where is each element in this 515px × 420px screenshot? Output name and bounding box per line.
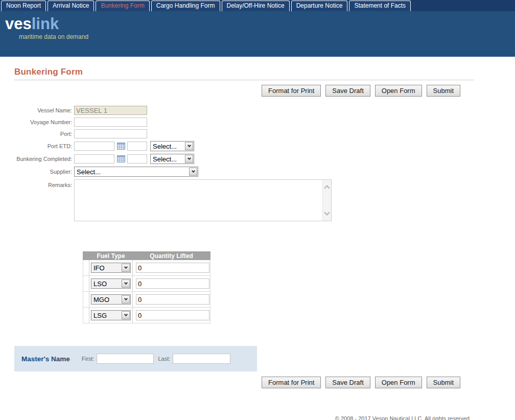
bunkering-completed-time-field[interactable] <box>127 154 147 164</box>
quantity-lifted-field[interactable] <box>136 294 209 305</box>
vessel-name-label: Vessel Name: <box>14 107 74 113</box>
masters-name-title: Master's Name <box>21 355 82 363</box>
fuel-type-select[interactable]: LSG <box>91 310 131 320</box>
logo-link-text: link <box>32 15 59 33</box>
remarks-scrollbar[interactable] <box>322 180 331 221</box>
voyage-number-row: Voyage Number: <box>14 118 474 127</box>
tab-bunkering-form[interactable]: Bunkering Form <box>96 1 149 11</box>
quantity-lifted-field[interactable] <box>136 263 209 273</box>
chevron-down-icon <box>122 295 130 304</box>
bunkering-completed-date-field[interactable] <box>74 154 114 164</box>
copyright-notice: © 2008 - 2017 Veson Nautical LLC. All ri… <box>14 415 474 420</box>
scroll-down-icon[interactable] <box>324 209 330 215</box>
voyage-number-label: Voyage Number: <box>14 119 74 125</box>
chevron-down-icon <box>122 264 130 272</box>
first-name-label: First: <box>82 356 94 362</box>
fuel-type-select[interactable]: MGO <box>91 294 131 305</box>
fuel-type-select[interactable]: LSO <box>91 278 131 289</box>
row-handle-cell <box>83 260 89 275</box>
fuel-type-cell: IFO <box>89 260 133 275</box>
open-form-button[interactable]: Open Form <box>375 377 422 388</box>
logo-ves-text: ves <box>5 15 32 33</box>
page-title: Bunkering Form <box>14 67 474 80</box>
format-for-print-button[interactable]: Format for Print <box>262 377 321 388</box>
scroll-up-icon[interactable] <box>324 185 330 191</box>
tab-cargo-handling-form[interactable]: Cargo Handling Form <box>151 1 220 11</box>
port-row: Port: <box>14 129 474 138</box>
port-etd-row: Port ETD: Select... <box>14 141 474 151</box>
quantity-cell <box>133 260 210 275</box>
quantity-lifted-field[interactable] <box>136 278 209 289</box>
port-etd-label: Port ETD: <box>14 143 74 149</box>
quantity-lifted-column-header: Quantity Lifted <box>132 252 210 260</box>
fuel-type-cell: LSG <box>89 308 133 323</box>
open-form-button[interactable]: Open Form <box>375 85 422 97</box>
fuel-type-value: MGO <box>93 296 109 304</box>
fuel-table-row: LSG <box>83 308 210 323</box>
submit-button[interactable]: Submit <box>427 85 460 97</box>
format-for-print-button[interactable]: Format for Print <box>262 85 321 97</box>
bunkering-completed-timezone-select[interactable]: Select... <box>150 154 194 164</box>
fuel-type-cell: MGO <box>89 292 133 307</box>
port-etd-date-field[interactable] <box>74 142 114 151</box>
main-content: Bunkering Form Format for Print Save Dra… <box>14 67 474 420</box>
remarks-textarea[interactable] <box>74 179 332 221</box>
fuel-table: Fuel Type Quantity Lifted IFO LSO <box>83 251 210 323</box>
remarks-row: Remarks: <box>14 179 474 221</box>
fuel-type-cell: LSO <box>89 276 133 291</box>
bunkering-completed-calendar-icon[interactable] <box>117 155 125 163</box>
supplier-label: Supplier: <box>14 169 74 175</box>
port-field[interactable] <box>74 129 147 138</box>
fuel-table-row: IFO <box>83 260 210 276</box>
port-etd-time-field[interactable] <box>127 142 147 151</box>
port-label: Port: <box>14 131 74 137</box>
form-tab-bar: Noon Report Arrival Notice Bunkering For… <box>0 0 515 11</box>
bunkering-form-fields: Vessel Name: Voyage Number: Port: Port E… <box>14 106 474 221</box>
top-toolbar: Format for Print Save Draft Open Form Su… <box>14 85 474 97</box>
supplier-row: Supplier: Select... <box>14 167 474 177</box>
chevron-down-icon <box>122 311 130 319</box>
voyage-number-field[interactable] <box>74 118 147 127</box>
tab-departure-notice[interactable]: Departure Notice <box>291 1 348 11</box>
chevron-down-icon <box>185 142 193 150</box>
chevron-down-icon <box>185 155 193 163</box>
brand-header: veslink maritime data on demand <box>0 11 515 57</box>
row-handle-cell <box>83 276 89 291</box>
tab-arrival-notice[interactable]: Arrival Notice <box>48 1 94 11</box>
supplier-select[interactable]: Select... <box>74 167 198 177</box>
supplier-value: Select... <box>77 168 101 176</box>
fuel-type-select[interactable]: IFO <box>91 263 131 273</box>
bunkering-completed-timezone-value: Select... <box>153 155 177 163</box>
save-draft-button[interactable]: Save Draft <box>325 377 370 388</box>
row-handle-cell <box>83 292 89 307</box>
fuel-table-row: LSO <box>83 276 210 292</box>
tab-delay-offhire-notice[interactable]: Delay/Off-Hire Notice <box>222 1 290 11</box>
remarks-label: Remarks: <box>14 182 74 188</box>
bottom-toolbar: Format for Print Save Draft Open Form Su… <box>14 377 474 388</box>
fuel-table-header: Fuel Type Quantity Lifted <box>83 251 210 260</box>
vessel-name-row: Vessel Name: <box>14 106 474 115</box>
quantity-cell <box>133 308 210 323</box>
tab-statement-of-facts[interactable]: Statement of Facts <box>349 1 411 11</box>
port-etd-timezone-value: Select... <box>153 143 177 150</box>
logo-tagline: maritime data on demand <box>19 33 515 40</box>
fuel-type-column-header: Fuel Type <box>89 252 132 260</box>
bunkering-completed-row: Bunkering Completed: Select... <box>14 154 474 164</box>
submit-button[interactable]: Submit <box>427 377 460 388</box>
quantity-cell <box>133 292 210 307</box>
first-name-field[interactable] <box>97 354 154 364</box>
port-etd-timezone-select[interactable]: Select... <box>150 141 194 151</box>
quantity-cell <box>133 276 210 291</box>
save-draft-button[interactable]: Save Draft <box>325 85 370 97</box>
vessel-name-field <box>74 106 147 115</box>
last-name-field[interactable] <box>173 354 230 364</box>
row-handle-cell <box>83 308 89 323</box>
quantity-lifted-field[interactable] <box>136 310 209 320</box>
masters-name-section: Master's Name First: Last: <box>14 346 257 371</box>
fuel-type-value: IFO <box>93 264 105 272</box>
fuel-type-value: LSG <box>93 312 107 319</box>
bunkering-completed-label: Bunkering Completed: <box>14 156 74 162</box>
tab-noon-report[interactable]: Noon Report <box>1 1 46 11</box>
chevron-down-icon <box>122 279 130 288</box>
port-etd-calendar-icon[interactable] <box>117 142 125 150</box>
